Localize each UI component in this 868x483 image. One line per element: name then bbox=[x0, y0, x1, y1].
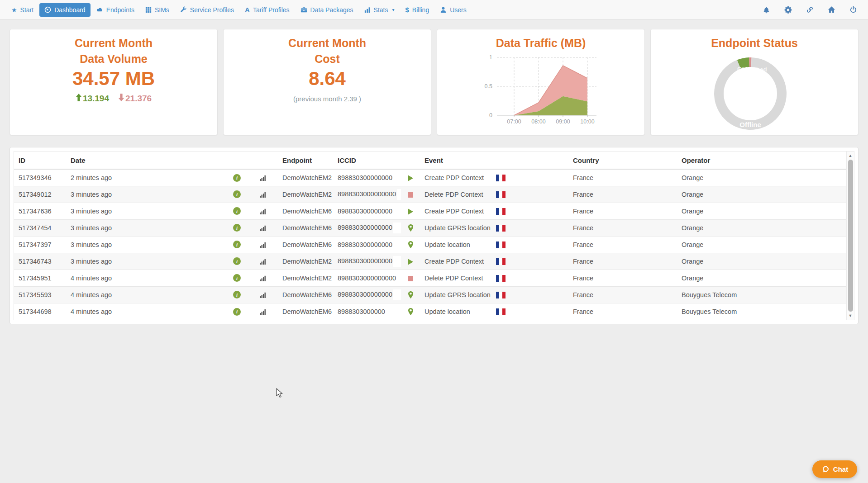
info-icon[interactable]: i bbox=[233, 291, 241, 298]
cell-stats bbox=[247, 253, 278, 270]
table-scrollbar[interactable]: ▲ ▼ bbox=[846, 152, 854, 320]
navbar-right-icons bbox=[763, 6, 862, 14]
bar-chart-icon[interactable] bbox=[260, 308, 266, 315]
nav-item-users[interactable]: Users bbox=[435, 3, 472, 17]
table-row[interactable]: 5173493462 minutes agoiDemoWatchEM289883… bbox=[14, 169, 846, 186]
cell-date: 4 minutes ago bbox=[66, 270, 227, 286]
table-row[interactable]: 5173490123 minutes agoiDemoWatchEM289883… bbox=[14, 186, 846, 203]
table-row[interactable]: 5173476363 minutes agoiDemoWatchEM689883… bbox=[14, 203, 846, 219]
cell-flag bbox=[491, 219, 568, 236]
bell-icon[interactable] bbox=[763, 6, 770, 14]
bar-chart-icon[interactable] bbox=[260, 241, 266, 248]
bar-chart-icon[interactable] bbox=[260, 224, 266, 232]
table-row[interactable]: 5173467433 minutes agoiDemoWatchEM289883… bbox=[14, 253, 846, 270]
info-icon[interactable]: i bbox=[233, 274, 241, 281]
cell-flag bbox=[491, 169, 568, 186]
cell-operator: Bouygues Telecom bbox=[677, 303, 846, 320]
france-flag-icon bbox=[496, 207, 506, 214]
link-icon[interactable] bbox=[806, 6, 814, 14]
gear-icon[interactable] bbox=[784, 6, 792, 14]
info-icon[interactable]: i bbox=[233, 257, 241, 265]
svg-text:Attached: Attached bbox=[741, 66, 767, 73]
svg-text:Offline: Offline bbox=[739, 121, 761, 128]
info-icon[interactable]: i bbox=[233, 207, 241, 214]
table-row[interactable]: 5173455934 minutes agoiDemoWatchEM689883… bbox=[14, 286, 846, 303]
nav-item-label: Data Packages bbox=[310, 6, 353, 14]
france-flag-icon bbox=[496, 174, 506, 181]
stat-cards-row: Current Month Data Volume 34.57 MB 13.19… bbox=[10, 29, 858, 135]
play-icon bbox=[408, 257, 413, 265]
pin-icon bbox=[408, 291, 414, 298]
cell-id: 517347397 bbox=[14, 236, 66, 253]
table-row[interactable]: 5173474543 minutes agoiDemoWatchEM689883… bbox=[14, 219, 846, 236]
cell-country: France bbox=[568, 253, 677, 270]
wrench-icon bbox=[180, 6, 187, 13]
bar-chart-icon[interactable] bbox=[260, 208, 266, 215]
pin-icon bbox=[408, 224, 414, 231]
nav-item-dashboard[interactable]: Dashboard bbox=[39, 3, 91, 17]
info-icon[interactable]: i bbox=[233, 174, 241, 181]
nav-item-endpoints[interactable]: Endpoints bbox=[91, 3, 139, 17]
cell-iccid: 898830300000000 bbox=[333, 169, 401, 186]
table-row[interactable]: 5173446984 minutes agoiDemoWatchEM689883… bbox=[14, 303, 846, 320]
nav-item-tariff-profiles[interactable]: ATariff Profiles bbox=[240, 3, 295, 17]
cell-info: i bbox=[227, 186, 247, 203]
cell-endpoint: DemoWatchEM2 bbox=[278, 253, 333, 270]
scrollbar-down-arrow-icon[interactable]: ▼ bbox=[847, 312, 854, 319]
bar-chart-icon[interactable] bbox=[260, 258, 266, 265]
nav-item-stats[interactable]: Stats▾ bbox=[359, 3, 400, 17]
dashboard-icon bbox=[44, 6, 51, 13]
cell-info: i bbox=[227, 253, 247, 270]
chat-button[interactable]: Chat bbox=[812, 460, 857, 478]
bar-chart-icon[interactable] bbox=[260, 174, 266, 181]
table-row[interactable]: 5173473973 minutes agoiDemoWatchEM689883… bbox=[14, 236, 846, 253]
nav-item-data-packages[interactable]: Data Packages bbox=[296, 3, 358, 17]
letter-a-icon: A bbox=[245, 6, 250, 13]
navbar: ★StartDashboardEndpointsSIMsService Prof… bbox=[0, 0, 868, 20]
bar-chart-icon[interactable] bbox=[260, 275, 266, 282]
donut-segment-offline bbox=[714, 57, 787, 130]
cell-info: i bbox=[227, 303, 247, 320]
cell-iccid: 8988303000000000 bbox=[333, 186, 401, 203]
info-icon[interactable]: i bbox=[233, 224, 241, 231]
cell-event: Update GPRS location bbox=[420, 286, 491, 303]
donut-segment-online bbox=[737, 57, 749, 69]
nav-item-label: Billing bbox=[412, 6, 429, 14]
bar-chart-icon[interactable] bbox=[260, 191, 266, 198]
scrollbar-thumb[interactable] bbox=[848, 160, 853, 312]
cell-date: 4 minutes ago bbox=[66, 286, 227, 303]
iccid-value: 898830300000000 bbox=[338, 290, 392, 298]
nav-item-billing[interactable]: $Billing bbox=[400, 3, 434, 17]
cell-info: i bbox=[227, 203, 247, 219]
endpoint-status-title: Endpoint Status bbox=[651, 35, 858, 51]
cell-country: France bbox=[568, 219, 677, 236]
info-icon[interactable]: i bbox=[233, 241, 241, 248]
svg-text:0.5: 0.5 bbox=[485, 83, 492, 90]
play-icon bbox=[408, 207, 413, 214]
cell-operator: Orange bbox=[677, 203, 846, 219]
redaction-box bbox=[393, 256, 401, 267]
svg-text:08:00: 08:00 bbox=[531, 118, 545, 125]
cell-endpoint: DemoWatchEM6 bbox=[278, 286, 333, 303]
table-row[interactable]: 5173459514 minutes agoiDemoWatchEM289883… bbox=[14, 270, 846, 286]
home-icon[interactable] bbox=[828, 6, 835, 14]
scrollbar-up-arrow-icon[interactable]: ▲ bbox=[847, 152, 854, 159]
info-icon[interactable]: i bbox=[233, 308, 241, 315]
nav-item-start[interactable]: ★Start bbox=[6, 3, 38, 17]
france-flag-icon bbox=[496, 224, 506, 231]
power-icon[interactable] bbox=[849, 6, 857, 14]
redaction-box bbox=[393, 223, 401, 233]
nav-item-service-profiles[interactable]: Service Profiles bbox=[175, 3, 239, 17]
cell-endpoint: DemoWatchEM2 bbox=[278, 169, 333, 186]
nav-item-sims[interactable]: SIMs bbox=[140, 3, 174, 17]
cell-operator: Bouygues Telecom bbox=[677, 286, 846, 303]
cell-event: Update location bbox=[420, 303, 491, 320]
cell-date: 3 minutes ago bbox=[66, 236, 227, 253]
cell-country: France bbox=[568, 286, 677, 303]
bar-chart-icon[interactable] bbox=[260, 291, 266, 298]
info-icon[interactable]: i bbox=[233, 190, 241, 198]
france-flag-icon bbox=[496, 257, 506, 265]
cell-flag bbox=[491, 303, 568, 320]
column-header-endpoint: Endpoint bbox=[278, 152, 333, 169]
card-cost-title: Current Month Cost bbox=[224, 35, 431, 67]
